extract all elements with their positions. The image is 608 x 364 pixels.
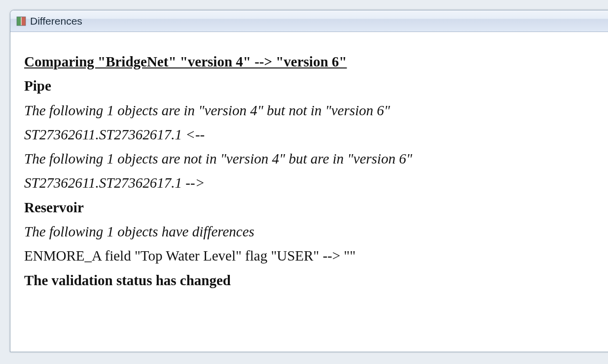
reservoir-diff-caption: The following 1 objects have differences <box>24 220 597 244</box>
validation-status-line: The validation status has changed <box>24 268 597 293</box>
reservoir-diff-item: ENMORE_A field "Top Water Level" flag "U… <box>24 244 597 268</box>
section-pipe-title: Pipe <box>24 74 597 98</box>
report-body: Comparing "BridgeNet" "version 4" --> "v… <box>10 32 608 352</box>
pipe-removed-item: ST27362611.ST27362617.1 <-- <box>24 123 597 147</box>
window-titlebar[interactable]: Differences <box>10 10 608 32</box>
differences-window: Differences Comparing "BridgeNet" "versi… <box>10 10 608 352</box>
svg-rect-1 <box>17 17 21 26</box>
svg-rect-2 <box>22 17 26 26</box>
report-heading: Comparing "BridgeNet" "version 4" --> "v… <box>24 50 597 74</box>
pipe-added-caption: The following 1 objects are not in "vers… <box>24 147 597 171</box>
pipe-added-item: ST27362611.ST27362617.1 --> <box>24 171 597 195</box>
window-icon <box>16 16 26 26</box>
section-reservoir-title: Reservoir <box>24 196 597 220</box>
pipe-removed-caption: The following 1 objects are in "version … <box>24 99 597 123</box>
window-title: Differences <box>30 15 82 27</box>
